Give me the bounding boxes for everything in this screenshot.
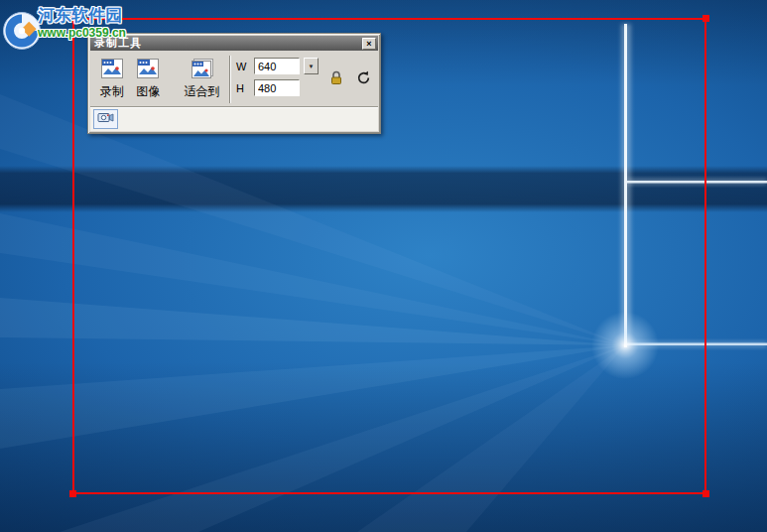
close-button[interactable]: × [362,38,376,50]
selection-handle-bottom-right[interactable] [703,490,709,497]
width-label: W [236,61,250,72]
undo-icon [356,70,371,88]
image-icon [136,58,160,82]
recorder-toolbar: 录制 图像 [90,51,378,107]
watermark-site-name: 河东软件园 [38,6,126,25]
selection-handle-top-right[interactable] [703,15,709,22]
selection-handle-bottom-left[interactable] [69,490,76,497]
width-input[interactable] [254,58,300,74]
recorder-titlebar[interactable]: 录制工具 × [90,36,378,51]
capture-device-button[interactable] [93,109,118,129]
record-icon [100,58,124,82]
fit-to-button[interactable]: 适合到 [180,54,224,105]
height-label: H [236,82,250,94]
lock-icon [330,70,342,88]
size-fields: W ▼ H [236,58,319,96]
fit-to-icon [191,58,214,82]
site-logo-icon [2,11,42,55]
site-watermark: 河东软件园 www.pc0359.cn [0,0,126,55]
watermark-text: 河东软件园 www.pc0359.cn [38,0,126,40]
fit-to-button-label: 适合到 [185,85,220,97]
height-input[interactable] [254,79,300,96]
recorder-status-strip [90,106,378,131]
recorder-tool-window: 录制工具 × 录制 [87,33,381,134]
image-button-label: 图像 [136,85,160,97]
record-button-label: 录制 [100,85,124,97]
toolbar-separator [229,56,231,103]
aspect-lock-button[interactable] [326,69,346,89]
camera-icon [97,111,114,127]
reset-size-button[interactable] [354,69,374,89]
record-button[interactable]: 录制 [94,54,130,105]
size-dropdown-button[interactable]: ▼ [304,58,319,74]
size-option-icons [326,69,374,89]
watermark-site-url: www.pc0359.cn [38,26,126,40]
window-title: 录制工具 [94,37,362,50]
image-button[interactable]: 图像 [130,54,166,105]
